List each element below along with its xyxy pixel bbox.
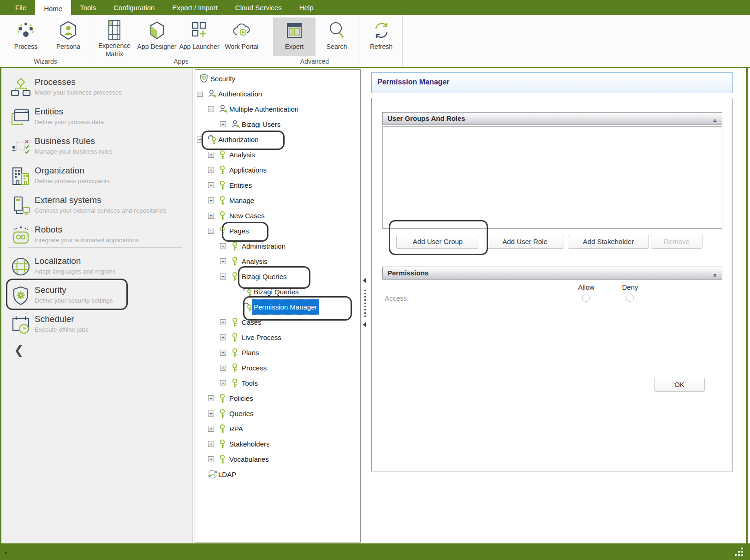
tree-item-queries[interactable]: Queries bbox=[228, 406, 255, 421]
tree-expander-plus-icon[interactable]: + bbox=[220, 365, 226, 371]
tree-expander-minus-icon[interactable]: − bbox=[208, 228, 214, 234]
tree-item-vocabularies[interactable]: Vocabularies bbox=[228, 452, 270, 467]
tree-expander-plus-icon[interactable]: + bbox=[208, 182, 214, 188]
permissions-section-header[interactable]: Permissions « bbox=[382, 267, 722, 280]
sidebar-item-entities[interactable]: EntitiesDefine your process data bbox=[8, 106, 189, 131]
tree-expander-plus-icon[interactable]: + bbox=[220, 334, 226, 340]
tree-item-authorization[interactable]: Authorization bbox=[217, 132, 260, 147]
sidebar-item-processes[interactable]: ProcessesModel your business processes bbox=[8, 77, 189, 101]
sidebar-item-scheduler[interactable]: SchedulerExecute offline jobs bbox=[8, 314, 189, 339]
tree-item-permission-manager[interactable]: Permission Manager bbox=[252, 299, 319, 315]
tree-item-analysis[interactable]: Analysis bbox=[240, 254, 269, 269]
tree-expander-plus-icon[interactable]: + bbox=[220, 350, 226, 356]
tree-row: +Bizagi Users bbox=[195, 117, 360, 132]
collapse-section-icon[interactable]: « bbox=[709, 119, 721, 123]
tree-expander-plus-icon[interactable]: + bbox=[208, 395, 214, 401]
tree-expander-plus-icon[interactable]: + bbox=[220, 243, 226, 249]
tree-item-rpa[interactable]: RPA bbox=[228, 421, 244, 436]
tree-row: Bizagi Queries bbox=[195, 284, 360, 299]
tree-item-security[interactable]: Security bbox=[209, 71, 237, 86]
tree-expander-plus-icon[interactable]: + bbox=[208, 213, 214, 219]
tree-expander-minus-icon[interactable]: − bbox=[197, 91, 203, 97]
ribbon-item-label: Persona bbox=[56, 42, 80, 51]
tree-expander-plus-icon[interactable]: + bbox=[208, 441, 214, 447]
tree-item-applications[interactable]: Applications bbox=[228, 162, 268, 178]
sidebar-item-desc: Adapt languages and regions bbox=[35, 268, 116, 275]
sidebar-item-desc: Execute offline jobs bbox=[35, 326, 89, 333]
tree-expander-plus-icon[interactable]: + bbox=[208, 197, 214, 203]
tree-expander-plus-icon[interactable]: + bbox=[208, 411, 214, 417]
app-designer-button[interactable]: App Designer bbox=[136, 18, 178, 56]
sidebar-item-security[interactable]: SecurityDefine your security settings bbox=[8, 285, 189, 310]
tree-item-bizagi-users[interactable]: Bizagi Users bbox=[240, 117, 282, 132]
tree-expander-plus-icon[interactable]: + bbox=[208, 426, 214, 432]
tree-expander-minus-icon[interactable]: − bbox=[220, 274, 226, 280]
tree-item-live-process[interactable]: Live Process bbox=[240, 330, 283, 345]
tree-expander-plus-icon[interactable]: + bbox=[208, 152, 214, 158]
sidebar-item-organization[interactable]: OrganizationDefine process participants bbox=[8, 165, 189, 190]
panel-splitter[interactable] bbox=[361, 69, 369, 542]
tree-item-stakeholders[interactable]: Stakeholders bbox=[228, 436, 271, 452]
work-portal-icon bbox=[231, 19, 252, 42]
expert-button[interactable]: Expert bbox=[273, 18, 315, 56]
tree-item-multiple-authentication[interactable]: Multiple Authentication bbox=[228, 101, 300, 117]
sidebar-item-robots[interactable]: RobotsIntegrate your automated applicati… bbox=[8, 224, 189, 249]
tree-item-authentication[interactable]: Authentication bbox=[217, 86, 263, 101]
process-button[interactable]: Process bbox=[5, 18, 47, 56]
allow-radio-access[interactable] bbox=[582, 294, 590, 302]
tree-expander-plus-icon[interactable]: + bbox=[208, 167, 214, 173]
tree-item-tools[interactable]: Tools bbox=[240, 375, 259, 391]
tree-item-process[interactable]: Process bbox=[240, 360, 268, 375]
tree-item-bizagi-queries[interactable]: Bizagi Queries bbox=[240, 269, 288, 284]
collapse-section-icon[interactable]: « bbox=[709, 274, 721, 277]
tree-item-policies[interactable]: Policies bbox=[228, 391, 255, 406]
tree-item-entities[interactable]: Entities bbox=[228, 178, 253, 193]
tree-item-analysis[interactable]: Analysis bbox=[228, 147, 256, 162]
experience-matrix-button[interactable]: Experience Matrix bbox=[93, 18, 136, 56]
sidebar-item-localization[interactable]: LocalizationAdapt languages and regions bbox=[8, 256, 189, 280]
menu-tab-export-import[interactable]: Export / Import bbox=[163, 0, 226, 15]
sidebar-collapse-button[interactable]: ❮ bbox=[14, 343, 24, 357]
menu-tab-help[interactable]: Help bbox=[291, 0, 322, 15]
sidebar-item-external-systems[interactable]: External systemsConnect your external se… bbox=[8, 195, 189, 220]
persona-button[interactable]: Persona bbox=[47, 18, 89, 56]
tree-expander-plus-icon[interactable]: + bbox=[208, 456, 214, 462]
tree-expander-plus-icon[interactable]: + bbox=[220, 258, 226, 264]
splitter-collapse-icon[interactable] bbox=[363, 322, 366, 328]
tree-expander-plus-icon[interactable]: + bbox=[220, 380, 226, 386]
ok-button[interactable]: OK bbox=[654, 378, 705, 392]
sidebar-item-title: Scheduler bbox=[35, 314, 74, 324]
tree-item-new-cases[interactable]: New Cases bbox=[228, 208, 266, 223]
tree-expander-minus-icon[interactable]: − bbox=[197, 137, 203, 143]
tree-item-ldap[interactable]: LDAP bbox=[217, 467, 238, 482]
tree-item-plans[interactable]: Plans bbox=[240, 345, 261, 360]
tree-expander-plus-icon[interactable]: + bbox=[220, 319, 226, 325]
splitter-drag-handle[interactable] bbox=[364, 290, 366, 319]
add-user-group-button[interactable]: Add User Group bbox=[396, 235, 479, 249]
sidebar-item-business-rules[interactable]: Business RulesManage your business rules bbox=[8, 136, 189, 161]
resize-grip-icon[interactable] bbox=[733, 546, 744, 557]
menu-tab-cloud-services[interactable]: Cloud Services bbox=[226, 0, 291, 15]
add-stakeholder-button[interactable]: Add Stakeholder bbox=[568, 235, 649, 249]
user-groups-section-header[interactable]: User Groups And Roles « bbox=[382, 112, 722, 125]
menu-tab-configuration[interactable]: Configuration bbox=[105, 0, 163, 15]
tree-expander-minus-icon[interactable]: − bbox=[208, 106, 214, 112]
menu-tab-home[interactable]: Home bbox=[35, 0, 71, 17]
deny-radio-access[interactable] bbox=[626, 294, 634, 302]
search-button[interactable]: Search bbox=[315, 18, 358, 56]
tree-item-cases[interactable]: Cases bbox=[240, 315, 263, 330]
splitter-collapse-icon[interactable] bbox=[363, 278, 366, 283]
user-groups-header-label: User Groups And Roles bbox=[387, 114, 465, 122]
add-user-role-button[interactable]: Add User Role bbox=[486, 235, 564, 249]
tree-expander-plus-icon[interactable]: + bbox=[220, 121, 226, 127]
tree-item-pages[interactable]: Pages bbox=[228, 223, 250, 238]
work-portal-button[interactable]: Work Portal bbox=[220, 18, 263, 56]
user-groups-list[interactable] bbox=[382, 126, 722, 229]
menu-tab-file[interactable]: File bbox=[6, 0, 35, 15]
app-launcher-button[interactable]: App Launcher bbox=[178, 18, 220, 56]
tree-item-manage[interactable]: Manage bbox=[228, 193, 256, 208]
menu-tab-tools[interactable]: Tools bbox=[71, 0, 105, 15]
refresh-button[interactable]: Refresh bbox=[360, 18, 402, 56]
tree-item-administration[interactable]: Administration bbox=[240, 238, 287, 254]
tree-item-bizagi-queries[interactable]: Bizagi Queries bbox=[252, 284, 300, 299]
